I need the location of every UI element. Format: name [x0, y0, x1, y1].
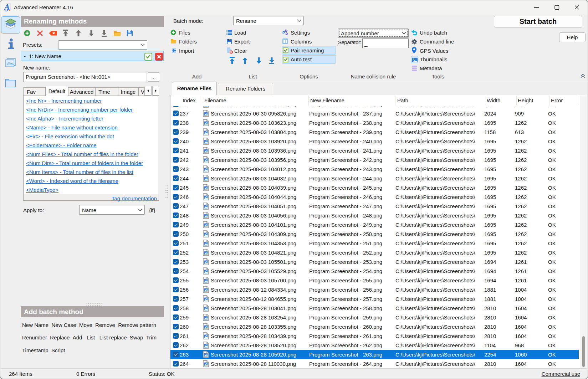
svg-text:A: A	[4, 3, 10, 11]
